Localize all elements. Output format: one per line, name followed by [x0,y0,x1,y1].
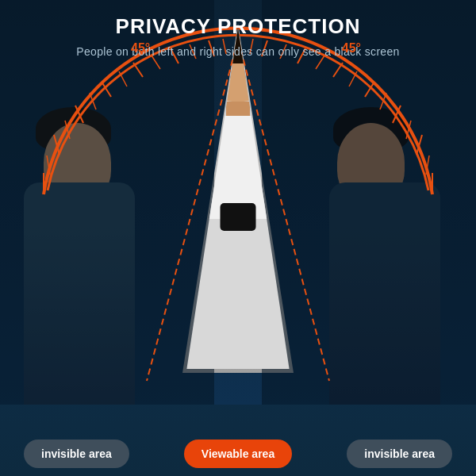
invisible-area-left-label: invisible area [24,440,129,468]
invisible-area-right-label: invisible area [347,440,452,468]
center-person-neck [226,102,250,116]
main-container: PRIVACY PROTECTION People on both left a… [0,0,476,476]
angle-label-left: 45° [131,41,150,56]
bottom-labels: invisible area Viewable area invisible a… [0,440,476,468]
diagram-area: // This won't run in SVG context, using … [0,0,476,405]
svg-line-10 [333,63,343,77]
svg-line-4 [133,63,143,77]
page-title: PRIVACY PROTECTION [76,14,399,39]
angle-label-right: 45° [342,41,361,56]
viewable-area-label: Viewable area [184,440,292,468]
